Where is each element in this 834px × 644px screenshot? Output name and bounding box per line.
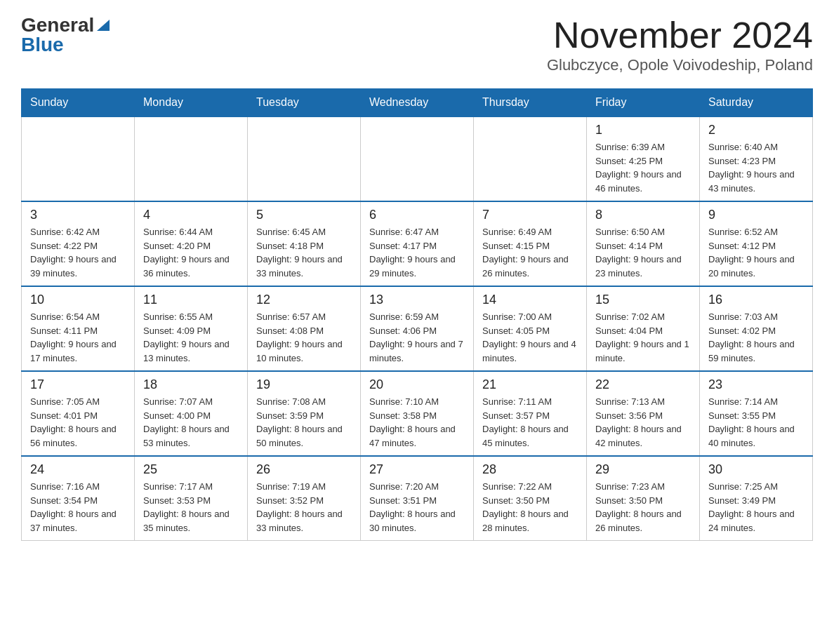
day-number: 13 <box>369 293 465 307</box>
day-info: Sunrise: 7:00 AM Sunset: 4:05 PM Dayligh… <box>482 311 576 363</box>
calendar-cell: 19Sunrise: 7:08 AM Sunset: 3:59 PM Dayli… <box>248 371 361 456</box>
day-info: Sunrise: 7:16 AM Sunset: 3:54 PM Dayligh… <box>30 481 117 533</box>
svg-marker-0 <box>97 20 110 31</box>
day-number: 9 <box>708 208 804 222</box>
day-number: 26 <box>256 462 352 477</box>
col-saturday: Saturday <box>700 89 813 117</box>
day-info: Sunrise: 6:44 AM Sunset: 4:20 PM Dayligh… <box>143 227 230 279</box>
calendar-cell: 11Sunrise: 6:55 AM Sunset: 4:09 PM Dayli… <box>135 286 248 371</box>
day-number: 21 <box>482 377 578 392</box>
calendar-cell <box>135 116 248 201</box>
calendar-subtitle: Glubczyce, Opole Voivodeship, Poland <box>547 56 813 74</box>
day-info: Sunrise: 6:52 AM Sunset: 4:12 PM Dayligh… <box>708 227 795 279</box>
calendar-cell: 20Sunrise: 7:10 AM Sunset: 3:58 PM Dayli… <box>361 371 474 456</box>
day-info: Sunrise: 7:22 AM Sunset: 3:50 PM Dayligh… <box>482 481 569 533</box>
title-area: November 2024 Glubczyce, Opole Voivodesh… <box>547 14 813 74</box>
calendar-cell: 25Sunrise: 7:17 AM Sunset: 3:53 PM Dayli… <box>135 456 248 541</box>
day-info: Sunrise: 6:40 AM Sunset: 4:23 PM Dayligh… <box>708 142 795 194</box>
day-number: 22 <box>595 377 691 392</box>
calendar-cell: 30Sunrise: 7:25 AM Sunset: 3:49 PM Dayli… <box>700 456 813 541</box>
col-tuesday: Tuesday <box>248 89 361 117</box>
col-thursday: Thursday <box>474 89 587 117</box>
day-number: 7 <box>482 208 578 222</box>
day-number: 5 <box>256 208 352 222</box>
calendar-cell: 5Sunrise: 6:45 AM Sunset: 4:18 PM Daylig… <box>248 201 361 286</box>
calendar-cell: 4Sunrise: 6:44 AM Sunset: 4:20 PM Daylig… <box>135 201 248 286</box>
day-number: 4 <box>143 208 239 222</box>
week-row-4: 17Sunrise: 7:05 AM Sunset: 4:01 PM Dayli… <box>22 371 813 456</box>
day-number: 15 <box>595 293 691 307</box>
calendar-cell: 6Sunrise: 6:47 AM Sunset: 4:17 PM Daylig… <box>361 201 474 286</box>
col-friday: Friday <box>587 89 700 117</box>
day-number: 28 <box>482 462 578 477</box>
day-number: 19 <box>256 377 352 392</box>
day-number: 16 <box>708 293 804 307</box>
col-wednesday: Wednesday <box>361 89 474 117</box>
day-number: 12 <box>256 293 352 307</box>
day-number: 25 <box>143 462 239 477</box>
calendar-cell: 7Sunrise: 6:49 AM Sunset: 4:15 PM Daylig… <box>474 201 587 286</box>
calendar-cell: 10Sunrise: 6:54 AM Sunset: 4:11 PM Dayli… <box>22 286 135 371</box>
day-info: Sunrise: 7:19 AM Sunset: 3:52 PM Dayligh… <box>256 481 343 533</box>
day-info: Sunrise: 7:14 AM Sunset: 3:55 PM Dayligh… <box>708 396 795 448</box>
calendar-cell: 27Sunrise: 7:20 AM Sunset: 3:51 PM Dayli… <box>361 456 474 541</box>
day-number: 20 <box>369 377 465 392</box>
day-info: Sunrise: 6:47 AM Sunset: 4:17 PM Dayligh… <box>369 227 456 279</box>
calendar-header: Sunday Monday Tuesday Wednesday Thursday… <box>22 89 813 117</box>
calendar-cell: 26Sunrise: 7:19 AM Sunset: 3:52 PM Dayli… <box>248 456 361 541</box>
calendar-cell <box>361 116 474 201</box>
calendar-cell: 18Sunrise: 7:07 AM Sunset: 4:00 PM Dayli… <box>135 371 248 456</box>
calendar-cell: 23Sunrise: 7:14 AM Sunset: 3:55 PM Dayli… <box>700 371 813 456</box>
calendar-cell: 13Sunrise: 6:59 AM Sunset: 4:06 PM Dayli… <box>361 286 474 371</box>
week-row-3: 10Sunrise: 6:54 AM Sunset: 4:11 PM Dayli… <box>22 286 813 371</box>
calendar-cell <box>248 116 361 201</box>
day-number: 27 <box>369 462 465 477</box>
calendar-cell: 22Sunrise: 7:13 AM Sunset: 3:56 PM Dayli… <box>587 371 700 456</box>
day-info: Sunrise: 7:07 AM Sunset: 4:00 PM Dayligh… <box>143 396 230 448</box>
col-monday: Monday <box>135 89 248 117</box>
calendar-cell <box>474 116 587 201</box>
day-number: 14 <box>482 293 578 307</box>
day-info: Sunrise: 6:59 AM Sunset: 4:06 PM Dayligh… <box>369 311 463 363</box>
day-number: 10 <box>30 293 126 307</box>
day-number: 2 <box>708 123 804 137</box>
calendar-cell: 9Sunrise: 6:52 AM Sunset: 4:12 PM Daylig… <box>700 201 813 286</box>
day-info: Sunrise: 7:20 AM Sunset: 3:51 PM Dayligh… <box>369 481 456 533</box>
calendar-cell: 2Sunrise: 6:40 AM Sunset: 4:23 PM Daylig… <box>700 116 813 201</box>
day-number: 11 <box>143 293 239 307</box>
calendar-cell: 8Sunrise: 6:50 AM Sunset: 4:14 PM Daylig… <box>587 201 700 286</box>
day-info: Sunrise: 6:45 AM Sunset: 4:18 PM Dayligh… <box>256 227 343 279</box>
day-info: Sunrise: 6:50 AM Sunset: 4:14 PM Dayligh… <box>595 227 682 279</box>
day-info: Sunrise: 6:55 AM Sunset: 4:09 PM Dayligh… <box>143 311 230 363</box>
calendar-cell: 17Sunrise: 7:05 AM Sunset: 4:01 PM Dayli… <box>22 371 135 456</box>
day-info: Sunrise: 7:17 AM Sunset: 3:53 PM Dayligh… <box>143 481 230 533</box>
logo-blue-text: Blue <box>21 34 64 56</box>
day-number: 8 <box>595 208 691 222</box>
calendar-cell: 12Sunrise: 6:57 AM Sunset: 4:08 PM Dayli… <box>248 286 361 371</box>
calendar-cell: 15Sunrise: 7:02 AM Sunset: 4:04 PM Dayli… <box>587 286 700 371</box>
day-number: 24 <box>30 462 126 477</box>
calendar-cell: 1Sunrise: 6:39 AM Sunset: 4:25 PM Daylig… <box>587 116 700 201</box>
calendar-table: Sunday Monday Tuesday Wednesday Thursday… <box>21 88 813 541</box>
logo-triangle-icon <box>97 17 110 34</box>
day-number: 6 <box>369 208 465 222</box>
day-info: Sunrise: 7:02 AM Sunset: 4:04 PM Dayligh… <box>595 311 689 363</box>
day-number: 1 <box>595 123 691 137</box>
day-info: Sunrise: 6:54 AM Sunset: 4:11 PM Dayligh… <box>30 311 117 363</box>
day-number: 30 <box>708 462 804 477</box>
day-info: Sunrise: 7:11 AM Sunset: 3:57 PM Dayligh… <box>482 396 569 448</box>
week-row-2: 3Sunrise: 6:42 AM Sunset: 4:22 PM Daylig… <box>22 201 813 286</box>
day-number: 18 <box>143 377 239 392</box>
logo: General Blue <box>21 14 110 56</box>
day-info: Sunrise: 6:39 AM Sunset: 4:25 PM Dayligh… <box>595 142 682 194</box>
week-row-5: 24Sunrise: 7:16 AM Sunset: 3:54 PM Dayli… <box>22 456 813 541</box>
day-number: 3 <box>30 208 126 222</box>
calendar-cell: 28Sunrise: 7:22 AM Sunset: 3:50 PM Dayli… <box>474 456 587 541</box>
day-info: Sunrise: 7:13 AM Sunset: 3:56 PM Dayligh… <box>595 396 682 448</box>
header: General Blue November 2024 Glubczyce, Op… <box>21 14 813 74</box>
calendar-cell: 24Sunrise: 7:16 AM Sunset: 3:54 PM Dayli… <box>22 456 135 541</box>
day-number: 17 <box>30 377 126 392</box>
calendar-cell: 21Sunrise: 7:11 AM Sunset: 3:57 PM Dayli… <box>474 371 587 456</box>
calendar-cell: 16Sunrise: 7:03 AM Sunset: 4:02 PM Dayli… <box>700 286 813 371</box>
day-info: Sunrise: 7:03 AM Sunset: 4:02 PM Dayligh… <box>708 311 795 363</box>
